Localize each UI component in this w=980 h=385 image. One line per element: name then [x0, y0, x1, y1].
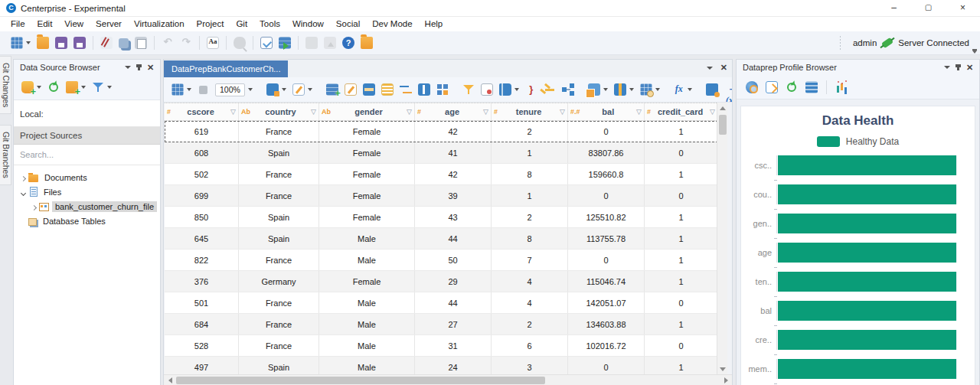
- dropdown-caret-icon[interactable]: [81, 86, 86, 89]
- distribute-icon[interactable]: [560, 82, 577, 97]
- column-filter-icon[interactable]: ▽: [560, 109, 565, 116]
- dropdown-caret-icon[interactable]: [629, 88, 634, 91]
- view-mode-icon[interactable]: [169, 82, 194, 97]
- pin-icon[interactable]: [133, 62, 145, 73]
- window-position-icon[interactable]: [122, 62, 133, 73]
- upload-run-icon[interactable]: [322, 35, 338, 51]
- toolbar-overflow-icon[interactable]: [972, 51, 977, 54]
- table-row[interactable]: 645SpainMale448113755.781: [165, 228, 718, 250]
- verify-icon[interactable]: [258, 35, 275, 51]
- filter-icon[interactable]: [90, 80, 114, 95]
- vertical-scroll-thumb[interactable]: [719, 115, 727, 135]
- menu-social[interactable]: Social: [330, 17, 366, 31]
- search-input[interactable]: [14, 145, 160, 165]
- table-row[interactable]: 376GermanyFemale294115046.741: [165, 271, 718, 292]
- scroll-right-icon[interactable]: [720, 375, 731, 385]
- new-flow-icon[interactable]: [8, 35, 33, 51]
- refresh-icon[interactable]: [45, 80, 62, 95]
- column-header-cscore[interactable]: #cscore▽: [165, 103, 239, 120]
- column-header-bal[interactable]: #.#bal▽: [568, 103, 645, 120]
- find-icon[interactable]: [231, 35, 248, 51]
- table-row[interactable]: 822FranceMale50701: [165, 250, 718, 271]
- tree-expander-icon[interactable]: [29, 202, 39, 211]
- cut-icon[interactable]: [98, 35, 115, 51]
- close-icon[interactable]: ✕: [964, 62, 975, 73]
- close-tab-icon[interactable]: ✕: [720, 64, 727, 72]
- help-icon[interactable]: ?: [340, 35, 357, 51]
- edge-tab-git-branches[interactable]: Git Branches: [0, 125, 11, 185]
- font-icon[interactable]: Aa: [204, 35, 221, 51]
- dropdown-caret-icon[interactable]: [655, 88, 660, 91]
- open-in-window-icon[interactable]: [763, 80, 780, 95]
- menu-view[interactable]: View: [58, 17, 90, 31]
- dedupe-icon[interactable]: [586, 82, 610, 97]
- vertical-scrollbar[interactable]: [717, 103, 727, 374]
- dropdown-caret-icon[interactable]: [308, 88, 312, 91]
- dropdown-caret-icon[interactable]: [248, 88, 253, 91]
- run-icon[interactable]: [276, 35, 293, 51]
- menu-edit[interactable]: Edit: [31, 17, 59, 31]
- menu-project[interactable]: Project: [191, 17, 230, 31]
- paste-icon[interactable]: [132, 35, 149, 51]
- dropdown-caret-icon[interactable]: [187, 88, 191, 91]
- copy-icon[interactable]: [116, 37, 131, 50]
- table-row[interactable]: 699FranceFemale39100: [165, 185, 718, 207]
- freeze-column-icon[interactable]: [416, 82, 433, 97]
- menu-dev-mode[interactable]: Dev Mode: [366, 17, 418, 31]
- tree-item-documents[interactable]: Documents: [14, 170, 160, 184]
- expression-icon[interactable]: -(x): [722, 82, 732, 97]
- menu-help[interactable]: Help: [419, 17, 449, 31]
- replace-values-icon[interactable]: [397, 82, 414, 97]
- horizontal-scrollbar[interactable]: [164, 374, 732, 385]
- tab-list-icon[interactable]: [707, 67, 713, 70]
- sample-data-icon[interactable]: [479, 82, 495, 97]
- layout-icon[interactable]: [434, 82, 451, 97]
- scroll-up-icon[interactable]: [717, 103, 728, 113]
- minimize-button[interactable]: –: [877, 0, 911, 17]
- column-filter-icon[interactable]: ▽: [407, 109, 412, 116]
- window-position-icon[interactable]: [941, 62, 952, 73]
- tree-item-database-tables[interactable]: Database Tables: [14, 214, 160, 228]
- field-list-icon[interactable]: [803, 80, 820, 95]
- recent-files-icon[interactable]: [358, 35, 375, 51]
- save-all-icon[interactable]: [71, 35, 88, 51]
- undo-icon[interactable]: ↶: [159, 35, 176, 51]
- fill-values-icon[interactable]: [379, 82, 396, 97]
- dropdown-caret-icon[interactable]: [107, 86, 112, 89]
- tree-expander-icon[interactable]: [18, 173, 28, 182]
- menu-server[interactable]: Server: [90, 17, 128, 31]
- filter-rows-icon[interactable]: [460, 82, 477, 97]
- table-row[interactable]: 619FranceFemale42201: [165, 121, 718, 142]
- horizontal-scroll-thumb[interactable]: [176, 377, 545, 384]
- dropdown-caret-icon[interactable]: [603, 88, 608, 91]
- dropdown-caret-icon[interactable]: [26, 41, 31, 44]
- table-row[interactable]: 850SpainFemale432125510.821: [165, 207, 718, 228]
- table-row[interactable]: 502FranceFemale428159660.81: [165, 164, 718, 185]
- dropdown-caret-icon[interactable]: [688, 88, 692, 91]
- dropdown-caret-icon[interactable]: [37, 86, 41, 89]
- column-filter-icon[interactable]: ▽: [311, 109, 316, 116]
- lookup-icon[interactable]: [638, 82, 662, 97]
- column-header-credit_card[interactable]: #credit_card▽: [645, 103, 718, 120]
- prepare-data-icon[interactable]: [290, 82, 315, 97]
- column-filter-icon[interactable]: ▽: [636, 109, 642, 116]
- redo-icon[interactable]: ↷: [178, 35, 194, 51]
- column-header-country[interactable]: Abcountry▽: [239, 103, 319, 120]
- column-filter-icon[interactable]: ▽: [230, 109, 236, 116]
- table-row[interactable]: 501FranceMale444142051.070: [165, 292, 718, 314]
- column-header-tenure[interactable]: #tenure▽: [492, 103, 568, 120]
- tree-item-files[interactable]: Files: [14, 184, 160, 199]
- close-button[interactable]: ×: [946, 0, 980, 17]
- menu-tools[interactable]: Tools: [253, 17, 286, 31]
- menu-window[interactable]: Window: [286, 17, 330, 31]
- column-filter-icon[interactable]: ▽: [710, 109, 715, 116]
- menu-git[interactable]: Git: [230, 17, 253, 31]
- edit-data-icon[interactable]: [342, 82, 359, 97]
- add-rows-icon[interactable]: [324, 82, 341, 97]
- menu-file[interactable]: File: [5, 17, 31, 31]
- profile-data-icon[interactable]: [264, 82, 289, 97]
- tab-dataprep-bank-customer-churn[interactable]: DataPrepBankCustomerCh...: [164, 60, 288, 77]
- dropdown-caret-icon[interactable]: [514, 88, 519, 91]
- split-column-icon[interactable]: [612, 82, 636, 97]
- scroll-down-icon[interactable]: [717, 364, 728, 374]
